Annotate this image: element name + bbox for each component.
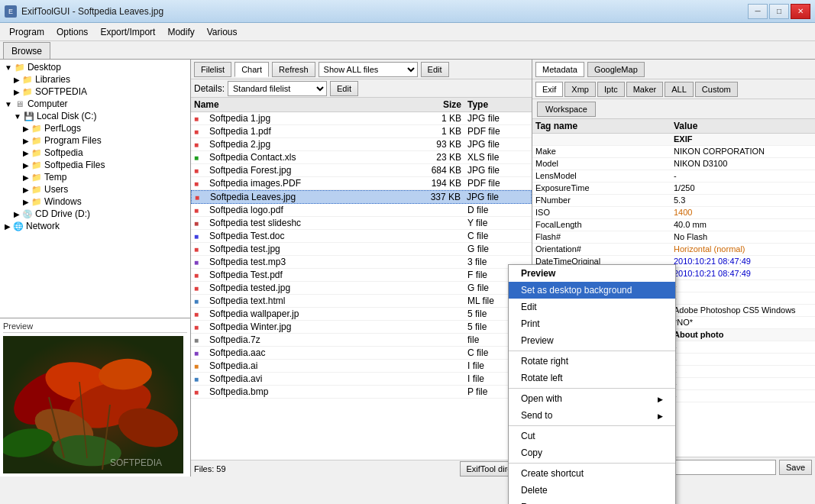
file-row[interactable]: ■ Softpedia test slideshc Y file — [191, 217, 532, 230]
tab-chart[interactable]: Chart — [234, 62, 269, 77]
tree-item-users[interactable]: ▶ 📁 Users — [0, 183, 190, 195]
tree-item-perflogs[interactable]: ▶ 📁 PerfLogs — [0, 122, 190, 134]
show-files-select[interactable]: Show ALL files — [319, 62, 418, 77]
meta-row-exif-header: EXIF — [532, 134, 815, 146]
file-row[interactable]: ■ Softpedia tested.jpg G file — [191, 282, 532, 295]
tree-item-softpedia-folder[interactable]: ▶ 📁 Softpedia — [0, 147, 190, 159]
window-controls: ─ □ ✕ — [748, 4, 810, 19]
save-button[interactable]: Save — [779, 460, 812, 475]
edit-button-1[interactable]: Edit — [421, 62, 449, 77]
ctx-rotate-left[interactable]: Rotate left — [509, 370, 675, 386]
edit-button-2[interactable]: Edit — [330, 81, 358, 96]
tree-item-softpedia-files[interactable]: ▶ 📁 Softpedia Files — [0, 159, 190, 171]
tree-item-softpedia[interactable]: ▶ 📁 SOFTPEDIA — [0, 86, 190, 98]
ctx-open-with[interactable]: Open with — [509, 390, 675, 407]
file-row[interactable]: ■ Softpedia.ai I file — [191, 360, 532, 373]
maximize-button[interactable]: □ — [769, 4, 789, 19]
ctx-delete[interactable]: Delete — [509, 482, 675, 499]
left-panel: ▼ 📁 Desktop ▶ 📁 Libraries ▶ 📁 SOFTPEDIA … — [0, 60, 191, 477]
meta-row-iso: ISO 1400 — [532, 207, 815, 219]
tab-filelist[interactable]: Filelist — [194, 62, 231, 77]
file-row[interactable]: ■ Softpedia Forest.jpg 684 KB JPG file — [191, 164, 532, 177]
tree-item-windows[interactable]: ▶ 📁 Windows — [0, 195, 190, 208]
tree-item-network[interactable]: ▶ 🌐 Network — [0, 220, 190, 232]
file-tree[interactable]: ▼ 📁 Desktop ▶ 📁 Libraries ▶ 📁 SOFTPEDIA … — [0, 60, 190, 318]
browse-toolbar: Browse — [0, 41, 815, 60]
preview-image: SOFTPEDIA — [3, 336, 183, 473]
tree-item-local-disk[interactable]: ▼ 💾 Local Disk (C:) — [0, 110, 190, 122]
file-row[interactable]: ■ Softpedia Test.pdf F file — [191, 269, 532, 282]
tree-item-desktop[interactable]: ▼ 📁 Desktop — [0, 61, 190, 73]
col-header-type: Type — [467, 99, 529, 110]
browse-tab[interactable]: Browse — [3, 42, 50, 59]
titlebar-left: E ExifToolGUI - Softpedia Leaves.jpg — [5, 5, 163, 18]
tree-item-computer[interactable]: ▼ 🖥 Computer — [0, 98, 190, 110]
meta-row-model: Model NIKON D3100 — [532, 158, 815, 170]
ctx-rotate-right[interactable]: Rotate right — [509, 353, 675, 370]
folder-icon: 📁 — [14, 62, 26, 73]
tab-custom[interactable]: Custom — [695, 82, 738, 97]
menu-export-import[interactable]: Export/Import — [94, 25, 161, 39]
menu-options[interactable]: Options — [50, 25, 94, 39]
ctx-set-desktop[interactable]: Set as desktop background — [509, 282, 675, 299]
ctx-create-shortcut[interactable]: Create shortcut — [509, 465, 675, 482]
file-row[interactable]: ■ Softpedia logo.pdf D file — [191, 204, 532, 217]
tab-xmp[interactable]: Xmp — [564, 82, 596, 97]
ctx-edit[interactable]: Edit — [509, 299, 675, 315]
menu-various[interactable]: Various — [201, 25, 244, 39]
close-button[interactable]: ✕ — [791, 4, 810, 19]
file-row[interactable]: ■ Softpedia Winter.jpg 5 file — [191, 321, 532, 334]
workspace-toolbar: Workspace — [532, 99, 815, 119]
tab-maker[interactable]: Maker — [626, 82, 664, 97]
ctx-print[interactable]: Print — [509, 315, 675, 332]
file-row[interactable]: ■ Softpedia.aac C file — [191, 347, 532, 360]
tab-metadata[interactable]: Metadata — [535, 62, 584, 77]
tree-item-program-files[interactable]: ▶ 📁 Program Files — [0, 134, 190, 147]
tab-exif[interactable]: Exif — [535, 82, 563, 97]
minimize-button[interactable]: ─ — [748, 4, 768, 19]
tab-iptc[interactable]: Iptc — [597, 82, 625, 97]
file-row[interactable]: ■ Softpedia.avi I file — [191, 373, 532, 386]
ctx-cut[interactable]: Cut — [509, 428, 675, 444]
ctx-send-to[interactable]: Send to — [509, 407, 675, 424]
doc-icon: ■ — [194, 231, 206, 241]
file-row[interactable]: ■ Softpedia text.html ML file — [191, 295, 532, 308]
file-row[interactable]: ■ Softpedia.7z file — [191, 334, 532, 347]
folder-icon: 📁 — [31, 135, 43, 146]
ctx-rename[interactable]: Rename — [509, 499, 675, 504]
tab-googlemap[interactable]: GoogleMap — [587, 62, 645, 77]
html-icon: ■ — [194, 296, 206, 306]
tab-all[interactable]: ALL — [665, 82, 694, 97]
file-row[interactable]: ■ Softpedia wallpaper.jp 5 file — [191, 308, 532, 321]
refresh-button[interactable]: Refresh — [272, 62, 315, 77]
menu-modify[interactable]: Modify — [161, 25, 200, 39]
tree-item-cd-drive[interactable]: ▶ 💿 CD Drive (D:) — [0, 208, 190, 220]
workspace-button[interactable]: Workspace — [537, 102, 596, 117]
file-row[interactable]: ■ Softpedia test.jpg G file — [191, 243, 532, 256]
ctx-copy[interactable]: Copy — [509, 444, 675, 461]
file-row[interactable]: ■ Softpedia Contact.xls 23 KB XLS file — [191, 151, 532, 164]
file-row[interactable]: ■ Softpedia.bmp P file — [191, 386, 532, 399]
meta-subtabs: Exif Xmp Iptc Maker ALL Custom — [532, 79, 815, 99]
file-row[interactable]: ■ Softpedia 1.pdf 1 KB PDF file — [191, 125, 532, 138]
disk-icon: 💾 — [23, 111, 35, 121]
file-row[interactable]: ■ Softpedia 1.jpg 1 KB JPG file — [191, 112, 532, 125]
bmp-icon: ■ — [194, 386, 206, 397]
standard-filelist-select[interactable]: Standard filelist — [228, 81, 327, 96]
file-row[interactable]: ■ Softpedia Test.doc C file — [191, 230, 532, 243]
tree-item-libraries[interactable]: ▶ 📁 Libraries — [0, 73, 190, 86]
meta-row-orientation: Orientation# Horizontal (normal) — [532, 244, 815, 256]
file-row[interactable]: ■ Softpedia test.mp3 3 file — [191, 256, 532, 269]
menu-program[interactable]: Program — [3, 25, 50, 39]
file-row-selected[interactable]: ■ Softpedia Leaves.jpg 337 KB JPG file — [191, 190, 532, 204]
ctx-preview2[interactable]: Preview — [509, 332, 675, 349]
titlebar: E ExifToolGUI - Softpedia Leaves.jpg ─ □… — [0, 0, 815, 23]
file-list-area[interactable]: ■ Softpedia 1.jpg 1 KB JPG file ■ Softpe… — [191, 112, 532, 460]
file-row[interactable]: ■ Softpedia 2.jpg 93 KB JPG file — [191, 138, 532, 151]
context-menu: Preview Set as desktop background Edit P… — [508, 264, 676, 504]
file-row[interactable]: ■ Softpedia images.PDF 194 KB PDF file — [191, 177, 532, 190]
tree-item-temp[interactable]: ▶ 📁 Temp — [0, 171, 190, 183]
avi-icon: ■ — [194, 373, 206, 384]
aac-icon: ■ — [194, 347, 206, 358]
ctx-preview[interactable]: Preview — [509, 265, 675, 282]
